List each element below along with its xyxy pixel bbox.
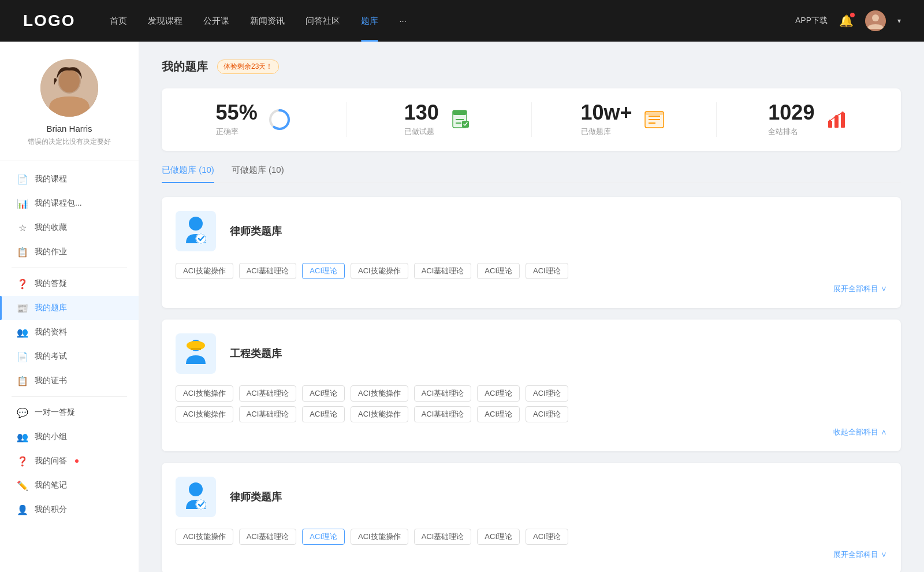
sidebar-item-notes[interactable]: ✏️ 我的笔记 bbox=[0, 473, 139, 497]
tag-item-active[interactable]: ACI理论 bbox=[302, 263, 345, 279]
sidebar-item-group[interactable]: 👥 我的小组 bbox=[0, 425, 139, 449]
my-qa-icon: ❓ bbox=[17, 456, 28, 466]
tab-done-banks[interactable]: 已做题库 (10) bbox=[162, 165, 214, 183]
done-banks-value: 10w+ bbox=[581, 102, 632, 123]
user-name: Brian Harris bbox=[46, 124, 92, 133]
app-download-button[interactable]: APP下载 bbox=[795, 16, 828, 26]
bar-chart-icon bbox=[824, 107, 849, 132]
navbar: LOGO 首页 发现课程 公开课 新闻资讯 问答社区 题库 ··· APP下载 … bbox=[0, 0, 924, 42]
tag-item[interactable]: ACI理论 bbox=[477, 263, 520, 279]
sidebar-item-label: 我的课程 bbox=[35, 174, 67, 184]
tag-item[interactable]: ACI技能操作 bbox=[351, 385, 408, 402]
bank-card-2: 工程类题库 ACI技能操作 ACI基础理论 ACI理论 ACI技能操作 ACI基… bbox=[162, 320, 901, 451]
sidebar-item-profile[interactable]: 👥 我的资料 bbox=[0, 320, 139, 344]
main-content: 我的题库 体验剩余23天！ 55% 正确率 130 bbox=[139, 42, 924, 572]
avatar-image-large bbox=[40, 59, 98, 117]
tag-item[interactable]: ACI基础理论 bbox=[414, 385, 472, 402]
svg-rect-16 bbox=[645, 112, 664, 115]
sidebar-item-question-bank[interactable]: 📰 我的题库 bbox=[0, 296, 139, 320]
nav-more[interactable]: ··· bbox=[399, 16, 407, 27]
bank-card-3-title: 律师类题库 bbox=[230, 490, 282, 504]
sidebar-item-homework[interactable]: 📋 我的作业 bbox=[0, 240, 139, 264]
sidebar-item-label: 我的题库 bbox=[35, 303, 67, 313]
sidebar-item-course-package[interactable]: 📊 我的课程包... bbox=[0, 191, 139, 216]
tag-item[interactable]: ACI基础理论 bbox=[239, 385, 297, 402]
tag-item[interactable]: ACI技能操作 bbox=[176, 529, 233, 545]
expand-all-button[interactable]: 展开全部科目 ∨ bbox=[176, 284, 887, 294]
sidebar-item-certificate[interactable]: 📋 我的证书 bbox=[0, 369, 139, 393]
tag-item[interactable]: ACI基础理论 bbox=[414, 529, 472, 545]
tag-item[interactable]: ACI基础理论 bbox=[239, 406, 297, 422]
tag-item[interactable]: ACI理论 bbox=[302, 406, 345, 422]
nav-open-course[interactable]: 公开课 bbox=[203, 16, 229, 27]
course-icon: 📄 bbox=[17, 174, 28, 184]
sidebar-item-label: 我的收藏 bbox=[35, 222, 67, 233]
homework-icon: 📋 bbox=[17, 247, 28, 257]
sidebar-item-points[interactable]: 👤 我的积分 bbox=[0, 497, 139, 522]
bank-card-2-title: 工程类题库 bbox=[230, 347, 282, 361]
expand-all-button-2[interactable]: 展开全部科目 ∨ bbox=[176, 549, 887, 560]
tag-item[interactable]: ACI基础理论 bbox=[414, 406, 472, 422]
tag-item[interactable]: ACI技能操作 bbox=[351, 406, 408, 422]
nav-qa[interactable]: 问答社区 bbox=[305, 16, 340, 27]
bank-card-2-tags-row1: ACI技能操作 ACI基础理论 ACI理论 ACI技能操作 ACI基础理论 AC… bbox=[176, 385, 887, 402]
accuracy-label: 正确率 bbox=[216, 127, 258, 137]
svg-point-30 bbox=[189, 482, 203, 496]
sidebar-item-my-qa[interactable]: ❓ 我的问答 bbox=[0, 449, 139, 473]
rank-label: 全站排名 bbox=[768, 127, 814, 137]
tag-item[interactable]: ACI理论 bbox=[477, 385, 520, 402]
nav-home[interactable]: 首页 bbox=[110, 16, 127, 27]
notification-dot bbox=[850, 13, 855, 17]
bank-card-1: 律师类题库 ACI技能操作 ACI基础理论 ACI理论 ACI技能操作 ACI基… bbox=[162, 197, 901, 308]
list-icon bbox=[642, 107, 667, 132]
question-bank-icon: 📰 bbox=[17, 303, 28, 313]
accuracy-icon bbox=[267, 107, 292, 132]
tab-available-banks[interactable]: 可做题库 (10) bbox=[232, 165, 284, 183]
stat-done-banks: 10w+ 已做题库 bbox=[532, 102, 717, 137]
user-motto: 错误的决定比没有决定要好 bbox=[28, 137, 111, 147]
tag-item[interactable]: ACI理论 bbox=[477, 406, 520, 422]
sidebar-item-exam[interactable]: 📄 我的考试 bbox=[0, 344, 139, 369]
tag-item[interactable]: ACI理论 bbox=[526, 529, 568, 545]
stat-accuracy: 55% 正确率 bbox=[162, 102, 346, 137]
rank-value: 1029 bbox=[768, 102, 814, 123]
sidebar-item-qa[interactable]: ❓ 我的答疑 bbox=[0, 272, 139, 296]
collapse-all-button[interactable]: 收起全部科目 ∧ bbox=[176, 427, 887, 437]
menu-divider-2 bbox=[12, 396, 127, 397]
sidebar-item-label: 一对一答疑 bbox=[35, 407, 75, 418]
tag-item[interactable]: ACI基础理论 bbox=[239, 263, 297, 279]
bank-card-1-tags: ACI技能操作 ACI基础理论 ACI理论 ACI技能操作 ACI基础理论 AC… bbox=[176, 263, 887, 279]
tag-item[interactable]: ACI理论 bbox=[302, 385, 345, 402]
user-avatar-nav[interactable] bbox=[865, 10, 886, 31]
tag-item[interactable]: ACI技能操作 bbox=[176, 385, 233, 402]
group-icon: 👥 bbox=[17, 432, 28, 442]
sidebar-item-my-course[interactable]: 📄 我的课程 bbox=[0, 167, 139, 191]
svg-rect-19 bbox=[841, 113, 845, 128]
user-menu-chevron-icon[interactable]: ▾ bbox=[897, 17, 901, 25]
sidebar-item-label: 我的答疑 bbox=[35, 278, 67, 289]
tag-item[interactable]: ACI理论 bbox=[526, 385, 568, 402]
tag-item[interactable]: ACI技能操作 bbox=[176, 406, 233, 422]
nav-menu: 首页 发现课程 公开课 新闻资讯 问答社区 题库 ··· bbox=[110, 16, 795, 27]
tag-item[interactable]: ACI理论 bbox=[477, 529, 520, 545]
qa-icon: ❓ bbox=[17, 278, 28, 289]
logo[interactable]: LOGO bbox=[23, 12, 75, 30]
sidebar-menu: 📄 我的课程 📊 我的课程包... ☆ 我的收藏 📋 我的作业 ❓ 我的答疑 � bbox=[0, 161, 139, 528]
tag-item[interactable]: ACI技能操作 bbox=[176, 263, 233, 279]
tag-item[interactable]: ACI技能操作 bbox=[351, 529, 408, 545]
tag-item[interactable]: ACI理论 bbox=[526, 263, 568, 279]
nav-discover[interactable]: 发现课程 bbox=[148, 16, 182, 27]
nav-news[interactable]: 新闻资讯 bbox=[250, 16, 285, 27]
sidebar-item-label: 我的课程包... bbox=[35, 198, 82, 209]
sidebar-item-1on1[interactable]: 💬 一对一答疑 bbox=[0, 400, 139, 425]
tag-item[interactable]: ACI理论 bbox=[526, 406, 568, 422]
sidebar-item-favorites[interactable]: ☆ 我的收藏 bbox=[0, 216, 139, 240]
tag-item-active[interactable]: ACI理论 bbox=[302, 529, 345, 545]
nav-bank[interactable]: 题库 bbox=[361, 16, 378, 27]
tag-item[interactable]: ACI基础理论 bbox=[239, 529, 297, 545]
sidebar-item-label: 我的作业 bbox=[35, 247, 67, 257]
notes-icon: ✏️ bbox=[17, 480, 28, 491]
tag-item[interactable]: ACI基础理论 bbox=[414, 263, 472, 279]
notification-bell-icon[interactable]: 🔔 bbox=[839, 14, 854, 28]
tag-item[interactable]: ACI技能操作 bbox=[351, 263, 408, 279]
